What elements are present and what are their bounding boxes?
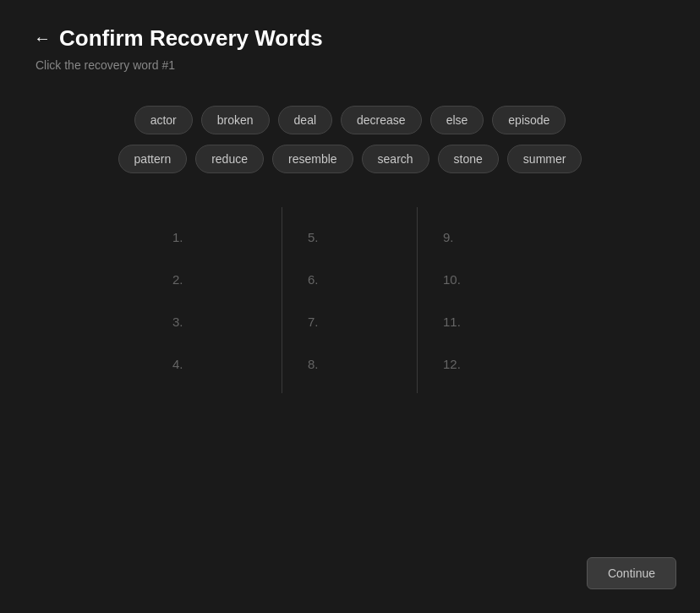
slot-11: 11.	[435, 300, 536, 342]
words-grid: actor broken deal decrease else episode …	[34, 106, 666, 173]
word-chip-search[interactable]: search	[362, 145, 429, 173]
words-row-2: pattern reduce resemble search stone sum…	[118, 145, 582, 173]
slot-9: 9.	[435, 216, 536, 258]
slot-number-3: 3.	[172, 315, 198, 329]
word-chip-stone[interactable]: stone	[438, 145, 499, 173]
word-chip-reduce[interactable]: reduce	[195, 145, 264, 173]
words-row-1: actor broken deal decrease else episode	[134, 106, 566, 134]
numbered-column-1: 1. 2. 3. 4.	[147, 207, 282, 393]
slot-number-8: 8.	[308, 357, 333, 371]
slot-number-10: 10.	[443, 272, 468, 287]
slot-10: 10.	[435, 258, 536, 300]
word-chip-broken[interactable]: broken	[201, 106, 270, 134]
slot-number-12: 12.	[443, 357, 468, 371]
slot-number-4: 4.	[172, 357, 198, 371]
subtitle: Click the recovery word #1	[36, 58, 666, 72]
header: ← Confirm Recovery Words	[34, 25, 666, 52]
page-title: Confirm Recovery Words	[59, 25, 323, 52]
word-chip-else[interactable]: else	[430, 106, 484, 134]
slot-4: 4.	[164, 342, 265, 385]
slot-2: 2.	[164, 258, 265, 300]
slot-number-6: 6.	[308, 272, 333, 287]
continue-button-container: Continue	[587, 557, 676, 589]
slot-number-7: 7.	[308, 315, 333, 329]
word-chip-resemble[interactable]: resemble	[272, 145, 353, 173]
slot-number-1: 1.	[172, 230, 198, 244]
numbered-grid: 1. 2. 3. 4. 5.	[147, 207, 553, 393]
page-container: ← Confirm Recovery Words Click the recov…	[0, 0, 700, 613]
numbered-column-3: 9. 10. 11. 12.	[418, 207, 553, 393]
slot-12: 12.	[435, 342, 536, 385]
continue-button[interactable]: Continue	[587, 557, 676, 589]
back-button[interactable]: ←	[34, 29, 51, 48]
word-chip-pattern[interactable]: pattern	[118, 145, 188, 173]
slot-number-5: 5.	[308, 230, 333, 244]
slot-6: 6.	[299, 258, 400, 300]
slot-number-9: 9.	[443, 230, 468, 244]
slot-1: 1.	[164, 216, 265, 258]
word-chip-summer[interactable]: summer	[507, 145, 582, 173]
slot-5: 5.	[299, 216, 400, 258]
word-chip-episode[interactable]: episode	[492, 106, 566, 134]
slot-8: 8.	[299, 342, 400, 385]
numbered-grid-container: 1. 2. 3. 4. 5.	[34, 207, 666, 393]
slot-7: 7.	[299, 300, 400, 342]
word-chip-actor[interactable]: actor	[134, 106, 193, 134]
slot-3: 3.	[164, 300, 265, 342]
word-chip-decrease[interactable]: decrease	[341, 106, 422, 134]
numbered-column-2: 5. 6. 7. 8.	[282, 207, 418, 393]
word-chip-deal[interactable]: deal	[278, 106, 332, 134]
slot-number-2: 2.	[172, 272, 198, 287]
slot-number-11: 11.	[443, 315, 468, 329]
